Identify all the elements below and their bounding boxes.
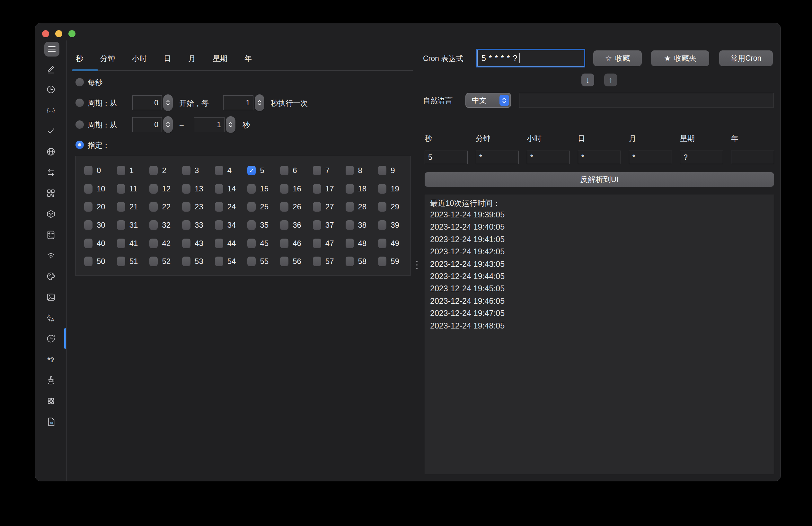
checkbox-icon[interactable] — [247, 257, 256, 266]
sidebar-item-translate[interactable]: 文A — [35, 311, 67, 325]
radio-specify[interactable] — [75, 141, 84, 149]
second-checkbox-6[interactable]: 6 — [280, 166, 313, 175]
second-checkbox-1[interactable]: 1 — [117, 166, 150, 175]
field-input-秒[interactable]: 5 — [425, 151, 468, 164]
cycle1-step-stepper[interactable] — [255, 94, 264, 111]
checkbox-icon[interactable] — [313, 257, 321, 266]
cycle2-start-stepper[interactable] — [163, 116, 173, 133]
second-checkbox-7[interactable]: 7 — [313, 166, 346, 175]
language-select[interactable]: 中文 — [465, 93, 511, 108]
checkbox-icon[interactable] — [247, 184, 256, 194]
second-checkbox-10[interactable]: 10 — [84, 184, 117, 194]
second-checkbox-54[interactable]: 54 — [215, 257, 248, 266]
tab-月[interactable]: 月 — [188, 54, 195, 63]
second-checkbox-48[interactable]: 48 — [346, 238, 378, 248]
second-checkbox-33[interactable]: 33 — [182, 220, 215, 230]
checkbox-icon[interactable] — [313, 184, 321, 194]
cycle1-start-stepper[interactable] — [163, 94, 173, 111]
checkbox-icon[interactable] — [346, 238, 354, 248]
sidebar-item-atom[interactable] — [35, 394, 67, 408]
sidebar-item-cube[interactable] — [35, 207, 67, 221]
checkbox-icon[interactable] — [378, 220, 387, 230]
sidebar-item-pdf[interactable]: PDF — [35, 414, 67, 429]
second-checkbox-53[interactable]: 53 — [182, 257, 215, 266]
second-checkbox-30[interactable]: 30 — [84, 220, 117, 230]
second-checkbox-39[interactable]: 39 — [378, 220, 411, 230]
sidebar-item-globe[interactable] — [35, 145, 67, 159]
checkbox-icon[interactable] — [84, 257, 92, 266]
second-checkbox-35[interactable]: 35 — [247, 220, 280, 230]
natural-language-output[interactable] — [519, 93, 773, 108]
checkbox-icon[interactable] — [117, 202, 125, 211]
second-checkbox-14[interactable]: 14 — [215, 184, 248, 194]
field-input-日[interactable]: * — [578, 151, 621, 164]
checkbox-icon[interactable] — [280, 202, 288, 211]
second-checkbox-42[interactable]: 42 — [149, 238, 182, 248]
second-checkbox-26[interactable]: 26 — [280, 202, 313, 211]
splitter-handle[interactable] — [414, 258, 420, 272]
field-input-年[interactable] — [731, 151, 774, 164]
field-input-分钟[interactable]: * — [476, 151, 519, 164]
checkbox-icon[interactable] — [182, 166, 190, 175]
second-checkbox-59[interactable]: 59 — [378, 257, 411, 266]
tab-小时[interactable]: 小时 — [132, 54, 147, 63]
sidebar-item-calculator[interactable] — [35, 228, 67, 242]
sidebar-item-qr-code[interactable] — [35, 186, 67, 200]
checkbox-icon[interactable] — [149, 166, 158, 175]
checkbox-icon[interactable] — [84, 202, 92, 211]
checkbox-icon[interactable] — [117, 166, 125, 175]
checkbox-checked-icon[interactable]: ✓ — [247, 166, 256, 175]
sidebar-item-checkmark[interactable] — [35, 124, 67, 138]
checkbox-icon[interactable] — [346, 202, 354, 211]
second-checkbox-0[interactable]: 0 — [84, 166, 117, 175]
checkbox-icon[interactable] — [215, 202, 223, 211]
second-checkbox-16[interactable]: 16 — [280, 184, 313, 194]
second-checkbox-5[interactable]: ✓5 — [247, 166, 280, 175]
checkbox-icon[interactable] — [378, 184, 387, 194]
second-checkbox-9[interactable]: 9 — [378, 166, 411, 175]
second-checkbox-34[interactable]: 34 — [215, 220, 248, 230]
second-checkbox-27[interactable]: 27 — [313, 202, 346, 211]
checkbox-icon[interactable] — [149, 202, 158, 211]
second-checkbox-17[interactable]: 17 — [313, 184, 346, 194]
close-button[interactable] — [42, 30, 49, 37]
checkbox-icon[interactable] — [280, 257, 288, 266]
checkbox-icon[interactable] — [117, 184, 125, 194]
checkbox-icon[interactable] — [346, 166, 354, 175]
checkbox-icon[interactable] — [117, 220, 125, 230]
second-checkbox-25[interactable]: 25 — [247, 202, 280, 211]
tab-日[interactable]: 日 — [164, 54, 171, 63]
second-checkbox-50[interactable]: 50 — [84, 257, 117, 266]
sidebar-item-java[interactable] — [35, 373, 67, 387]
second-checkbox-49[interactable]: 49 — [378, 238, 411, 248]
second-checkbox-2[interactable]: 2 — [149, 166, 182, 175]
sidebar-item-image[interactable] — [35, 290, 67, 304]
favorite-button[interactable]: ☆ 收藏 — [593, 50, 642, 66]
checkbox-icon[interactable] — [280, 166, 288, 175]
cycle1-step-field[interactable]: 1 — [223, 96, 253, 110]
second-checkbox-18[interactable]: 18 — [346, 184, 378, 194]
checkbox-icon[interactable] — [346, 220, 354, 230]
second-checkbox-4[interactable]: 4 — [215, 166, 248, 175]
checkbox-icon[interactable] — [84, 166, 92, 175]
sidebar-item-braces[interactable]: {...} — [35, 103, 67, 117]
checkbox-icon[interactable] — [182, 220, 190, 230]
second-checkbox-52[interactable]: 52 — [149, 257, 182, 266]
second-checkbox-38[interactable]: 38 — [346, 220, 378, 230]
second-checkbox-28[interactable]: 28 — [346, 202, 378, 211]
checkbox-icon[interactable] — [378, 166, 387, 175]
second-checkbox-3[interactable]: 3 — [182, 166, 215, 175]
tab-星期[interactable]: 星期 — [213, 54, 228, 63]
sidebar-item-palette[interactable] — [35, 269, 67, 283]
second-checkbox-46[interactable]: 46 — [280, 238, 313, 248]
second-checkbox-47[interactable]: 47 — [313, 238, 346, 248]
checkbox-icon[interactable] — [84, 238, 92, 248]
sidebar-item-wifi[interactable] — [35, 249, 67, 263]
checkbox-icon[interactable] — [378, 257, 387, 266]
zoom-button[interactable] — [69, 30, 75, 37]
checkbox-icon[interactable] — [280, 184, 288, 194]
checkbox-icon[interactable] — [215, 257, 223, 266]
cycle2-end-field[interactable]: 1 — [194, 117, 224, 132]
checkbox-icon[interactable] — [182, 257, 190, 266]
checkbox-icon[interactable] — [313, 166, 321, 175]
